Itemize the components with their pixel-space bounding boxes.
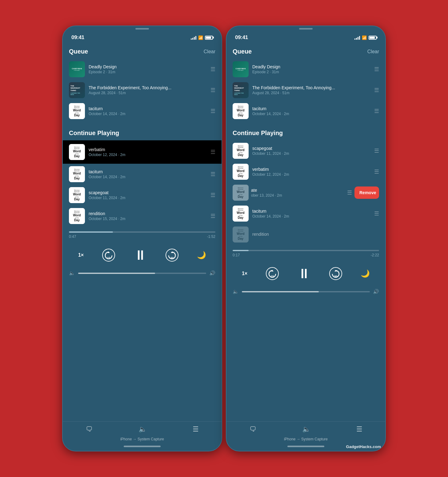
queue-btn-left[interactable]: ☰ <box>193 425 199 433</box>
queue-item-2-left: MerriamWebster Word of the Day taciturn … <box>69 101 215 122</box>
capture-label-left: iPhone → System Capture <box>63 436 222 444</box>
episode-info-cont-2-left: scapegoat October 11, 2024 · 2m <box>89 190 207 200</box>
artwork-wordday-c4-right: MerriamWebster Word of the Day <box>233 226 249 243</box>
continue-item-0-right: MerriamWebster Word of the Day scapegoat… <box>233 140 379 161</box>
transcript-btn-right[interactable]: 🗨 <box>250 425 256 433</box>
episode-meta-cont-2-left: October 11, 2024 · 2m <box>89 196 207 200</box>
drag-handle-q2-right[interactable]: ☰ <box>374 108 379 114</box>
episode-title-cont-1-left: taciturn <box>89 169 207 174</box>
elapsed-left: 0:47 <box>69 234 76 239</box>
clear-btn-right[interactable]: Clear <box>367 49 379 54</box>
episode-title-1-left: The Forbidden Experiment, Too Annoying..… <box>89 85 207 90</box>
remaining-right: -2:22 <box>371 253 379 257</box>
drag-handle-c1-right[interactable]: ☰ <box>374 168 379 175</box>
rewind-btn-right[interactable]: 15 <box>266 267 279 280</box>
artwork-wordday-c0-right: MerriamWebster Word of the Day <box>233 143 249 159</box>
queue-icon-left: ☰ <box>193 425 199 433</box>
episode-info-c0-right: scapegoat October 11, 2024 · 2m <box>252 146 370 156</box>
episode-info-0-right: Deadly Design Episode 2 · 31m <box>252 64 370 74</box>
speed-btn-right[interactable]: 1× <box>242 271 247 276</box>
sleep-btn-right[interactable]: 🌙 <box>361 269 370 278</box>
volume-section-left: 🔈 🔊 <box>69 268 215 281</box>
volume-section-right: 🔈 🔊 <box>233 286 379 299</box>
content-right: Queue Clear CANDYMAN PODCAST Deadly Desi… <box>226 42 385 421</box>
top-notch-right <box>226 26 385 30</box>
artwork-wordday-c1-right: MerriamWebster Word of the Day <box>233 164 249 180</box>
drag-handle-2-left[interactable]: ☰ <box>210 108 215 114</box>
episode-meta-2-left: October 14, 2024 · 2m <box>89 112 207 116</box>
episode-info-q2-right: taciturn October 14, 2024 · 2m <box>252 106 370 116</box>
remaining-left: -1:52 <box>207 234 215 239</box>
progress-section-left: 0:47 -1:52 <box>69 226 215 241</box>
drag-handle-cont-3-left[interactable]: ☰ <box>210 213 215 219</box>
drag-handle-0-left[interactable]: ☰ <box>210 66 215 73</box>
transcript-icon-right: 🗨 <box>250 425 256 433</box>
clear-btn-left[interactable]: Clear <box>204 49 215 54</box>
episode-meta-cont-0-left: October 12, 2024 · 2m <box>89 153 207 157</box>
transcript-btn-left[interactable]: 🗨 <box>86 425 93 433</box>
drag-handle-c0-right[interactable]: ☰ <box>374 147 379 154</box>
queue-btn-right[interactable]: ☰ <box>356 425 362 433</box>
episode-meta-c1-right: October 12, 2024 · 2m <box>252 172 370 177</box>
bottom-nav-right: 🗨 🔈 ☰ <box>226 421 385 436</box>
progress-track-right[interactable] <box>233 250 379 251</box>
forward-btn-right[interactable]: 30 <box>329 267 342 280</box>
queue-header-left: Queue Clear <box>69 42 215 59</box>
continue-item-1-right: MerriamWebster Word of the Day verbatim … <box>233 161 379 182</box>
continue-title-left: Continue Playing <box>69 130 119 137</box>
episode-info-1-left: The Forbidden Experiment, Too Annoying..… <box>89 85 207 95</box>
remove-btn-right[interactable]: Remove <box>354 186 379 199</box>
episode-meta-swipe-right: ober 13, 2024 · 2m <box>251 193 345 198</box>
continue-item-2-left: MerriamWebster Word of the Day scapegoat… <box>69 185 215 206</box>
speaker-icon-right: 🔈 <box>302 425 310 433</box>
episode-title-c1-right: verbatim <box>252 167 370 172</box>
volume-max-icon-right: 🔊 <box>373 289 379 295</box>
pause-btn-left[interactable]: ⏸ <box>134 247 147 263</box>
top-notch <box>63 26 222 30</box>
drag-handle-cont-0-left[interactable]: ☰ <box>210 149 215 155</box>
content-left: Queue Clear CANDYMAN PODCAST Deadly Desi… <box>63 42 222 421</box>
page-wrapper: 09:41 📶 Queue <box>62 26 386 451</box>
drag-handle-1-left[interactable]: ☰ <box>210 87 215 94</box>
volume-min-icon-right: 🔈 <box>233 289 239 295</box>
drag-handle-q0-right[interactable]: ☰ <box>374 66 379 73</box>
volume-track-left[interactable] <box>78 273 206 274</box>
sleep-btn-left[interactable]: 🌙 <box>197 251 206 259</box>
episode-meta-q2-right: October 14, 2024 · 2m <box>252 112 370 116</box>
drag-handle-cont-1-left[interactable]: ☰ <box>210 171 215 178</box>
progress-track-left[interactable] <box>69 231 215 233</box>
drag-handle-c3-right[interactable]: ☰ <box>374 210 379 217</box>
episode-info-cont-3-left: rendition October 15, 2024 · 2m <box>89 211 207 221</box>
episode-meta-0-left: Episode 2 · 31m <box>89 70 207 74</box>
episode-info-1-right: The Forbidden Experiment, Too Annoying..… <box>252 85 370 95</box>
volume-track-right[interactable] <box>242 291 370 292</box>
rewind-btn-left[interactable]: 15 <box>102 249 115 262</box>
queue-item-1-right: THEWEIRDESTTHING LEARNING THIS WEEK The … <box>233 80 379 101</box>
phone-left: 09:41 📶 Queue <box>62 26 222 451</box>
continue-item-3-right: MerriamWebster Word of the Day taciturn … <box>233 203 379 224</box>
artwork-wordday-cont-1-left: MerriamWebster Word of the Day <box>69 166 85 182</box>
speaker-btn-left[interactable]: 🔈 <box>138 425 147 433</box>
pause-btn-right[interactable]: ⏸ <box>297 266 311 281</box>
drag-handle-swipe-right[interactable]: ☰ <box>347 189 352 196</box>
drag-handle-q1-right[interactable]: ☰ <box>374 87 379 94</box>
episode-title-c4-right: rendition <box>252 232 379 237</box>
continue-section-left: Continue Playing MerriamWebster Word of … <box>69 124 215 226</box>
episode-title-cont-2-left: scapegoat <box>89 190 207 195</box>
controls-right: 1× 15 ⏸ <box>233 260 379 286</box>
episode-meta-1-left: August 28, 2024 · 51m <box>89 91 207 95</box>
speed-btn-left[interactable]: 1× <box>78 252 84 258</box>
queue-title-right: Queue <box>233 48 252 55</box>
top-pill <box>135 28 149 30</box>
progress-labels-right: 0:17 -2:22 <box>233 253 379 257</box>
forward-btn-left[interactable]: 30 <box>166 249 178 262</box>
episode-info-0-left: Deadly Design Episode 2 · 31m <box>89 64 207 74</box>
episode-title-0-right: Deadly Design <box>252 64 370 69</box>
drag-handle-cont-2-left[interactable]: ☰ <box>210 192 215 198</box>
episode-meta-cont-3-left: October 15, 2024 · 2m <box>89 217 207 221</box>
episode-meta-c3-right: October 14, 2024 · 2m <box>252 214 370 218</box>
speaker-btn-right[interactable]: 🔈 <box>302 425 310 433</box>
transcript-icon-left: 🗨 <box>86 425 93 433</box>
status-icons-right: 📶 <box>354 35 377 40</box>
artwork-wordday-left-2: MerriamWebster Word of the Day <box>69 103 85 119</box>
